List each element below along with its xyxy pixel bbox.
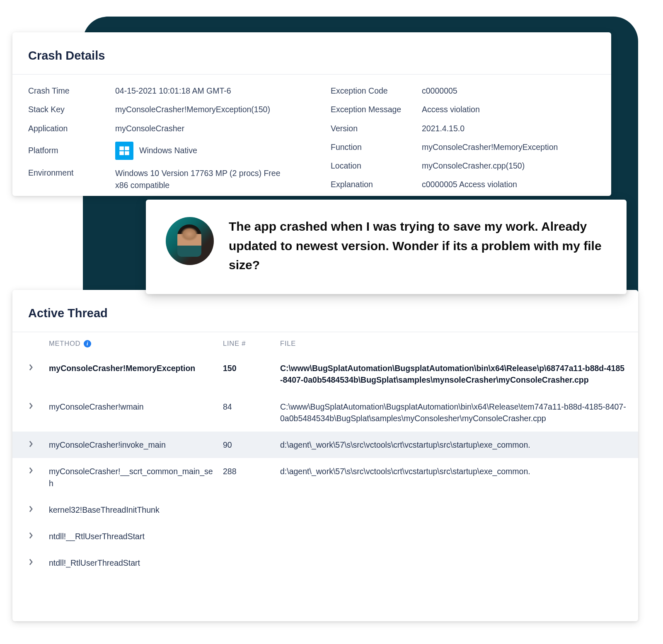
label-location: Location — [331, 160, 422, 171]
label-application: Application — [28, 123, 115, 134]
label-version: Version — [331, 123, 422, 134]
info-icon[interactable]: i — [84, 340, 91, 347]
thread-row[interactable]: myConsoleCrasher!invoke_main90d:\agent\_… — [12, 432, 638, 458]
label-stack-key: Stack Key — [28, 104, 115, 115]
thread-method: ntdll!__RtlUserThreadStart — [49, 531, 223, 542]
label-function: Function — [331, 142, 422, 153]
thread-row[interactable]: ntdll!_RtlUserThreadStart — [12, 550, 638, 576]
thread-method: myConsoleCrasher!wmain — [49, 401, 223, 412]
chevron-right-icon[interactable] — [12, 401, 49, 409]
thread-row[interactable]: myConsoleCrasher!__scrt_common_main_seh2… — [12, 458, 638, 497]
chevron-right-icon[interactable] — [12, 439, 49, 447]
thread-method: myConsoleCrasher!__scrt_common_main_seh — [49, 466, 223, 489]
chevron-right-icon[interactable] — [12, 531, 49, 539]
svg-rect-2 — [119, 151, 124, 155]
thread-table-header: METHOD i LINE # FILE — [12, 332, 638, 355]
user-comment-text: The app crashed when I was trying to sav… — [229, 217, 607, 275]
thread-file: C:\www\BugSplatAutomation\BugsplatAutoma… — [280, 401, 630, 425]
chevron-right-icon[interactable] — [12, 557, 49, 565]
crash-details-title: Crash Details — [12, 32, 611, 74]
thread-method: kernel32!BaseThreadInitThunk — [49, 504, 223, 516]
svg-rect-0 — [119, 146, 124, 150]
thread-method: myConsoleCrasher!invoke_main — [49, 439, 223, 451]
thread-line: 90 — [223, 439, 280, 451]
label-environment: Environment — [28, 167, 115, 178]
thread-row[interactable]: myConsoleCrasher!wmain84C:\www\BugSplatA… — [12, 393, 638, 432]
svg-rect-1 — [125, 146, 129, 150]
value-exception-code: c0000005 — [422, 85, 595, 96]
label-exception-message: Exception Message — [331, 104, 422, 115]
value-function: myConsoleCrasher!MemoryException — [422, 142, 595, 153]
chevron-right-icon[interactable] — [12, 362, 49, 371]
value-platform: Windows Native — [139, 145, 197, 156]
value-exception-message: Access violation — [422, 104, 595, 115]
chevron-right-icon[interactable] — [12, 504, 49, 512]
value-explanation: c0000005 Access violation — [422, 179, 595, 190]
header-line[interactable]: LINE # — [223, 340, 280, 347]
value-application: myConsoleCrasher — [115, 123, 331, 134]
user-comment-card: The app crashed when I was trying to sav… — [146, 200, 627, 294]
thread-file: d:\agent\_work\57\s\src\vctools\crt\vcst… — [280, 439, 630, 451]
thread-method: myConsoleCrasher!MemoryException — [49, 362, 223, 374]
header-method[interactable]: METHOD — [49, 340, 80, 347]
crash-details-panel: Crash Details Crash Time Stack Key Appli… — [12, 32, 611, 196]
avatar — [166, 217, 214, 265]
label-crash-time: Crash Time — [28, 85, 115, 96]
thread-row[interactable]: kernel32!BaseThreadInitThunk — [12, 497, 638, 523]
value-version: 2021.4.15.0 — [422, 123, 595, 134]
header-file[interactable]: FILE — [280, 340, 638, 347]
label-explanation: Explanation — [331, 179, 422, 190]
thread-row[interactable]: ntdll!__RtlUserThreadStart — [12, 523, 638, 550]
chevron-right-icon[interactable] — [12, 466, 49, 474]
thread-line: 84 — [223, 401, 280, 412]
label-exception-code: Exception Code — [331, 85, 422, 96]
thread-file: d:\agent\_work\57\s\src\vctools\crt\vcst… — [280, 466, 630, 477]
thread-line: 150 — [223, 362, 280, 374]
value-crash-time: 04-15-2021 10:01:18 AM GMT-6 — [115, 85, 331, 96]
thread-row[interactable]: myConsoleCrasher!MemoryException150C:\ww… — [12, 355, 638, 393]
value-location: myConsoleCrasher.cpp(150) — [422, 160, 595, 171]
svg-rect-3 — [125, 151, 129, 155]
active-thread-title: Active Thread — [12, 290, 638, 332]
windows-icon — [115, 142, 133, 160]
active-thread-panel: Active Thread METHOD i LINE # FILE myCon… — [12, 290, 638, 621]
thread-file: C:\www\BugSplatAutomation\BugsplatAutoma… — [280, 362, 630, 386]
value-stack-key: myConsoleCrasher!MemoryException(150) — [115, 104, 331, 115]
thread-line: 288 — [223, 466, 280, 477]
thread-method: ntdll!_RtlUserThreadStart — [49, 557, 223, 569]
label-platform: Platform — [28, 142, 115, 160]
value-environment: Windows 10 Version 17763 MP (2 procs) Fr… — [115, 167, 289, 192]
